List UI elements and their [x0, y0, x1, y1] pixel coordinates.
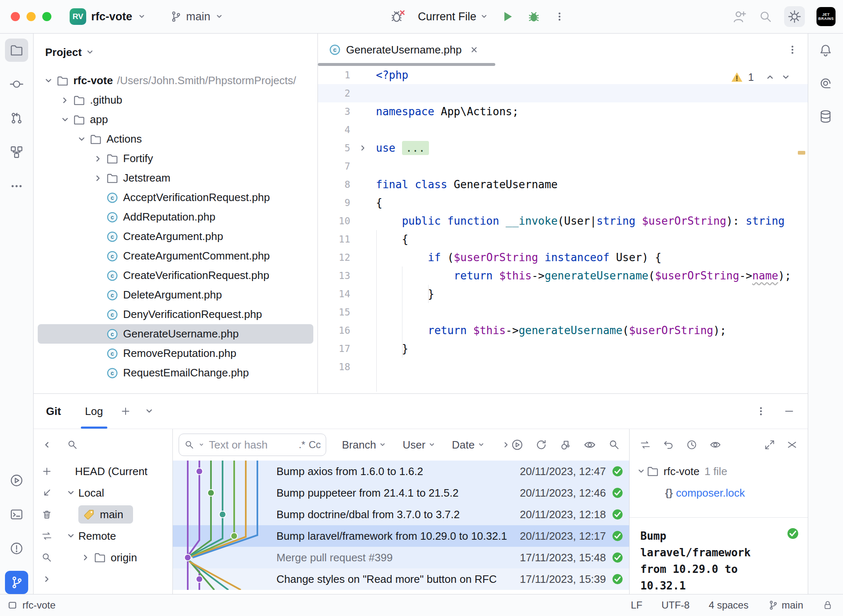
close-window-button[interactable]	[11, 12, 20, 21]
compare-icon[interactable]	[640, 439, 651, 451]
branch-filter[interactable]: Branch	[342, 439, 387, 451]
tree-item-rfc-vote[interactable]: rfc-vote/Users/John.Smith/PhpstormProjec…	[38, 71, 313, 90]
commit-row-bump-axios-from-1-6-0-to-1-6-2[interactable]: Bump axios from 1.6.0 to 1.6.220/11/2023…	[173, 461, 629, 482]
database-icon[interactable]	[814, 105, 837, 128]
build-status-icon[interactable]	[606, 530, 629, 542]
tree-item-jetstream[interactable]: Jetstream	[38, 168, 313, 188]
fold-marker-icon[interactable]	[350, 143, 376, 153]
chevron-down-icon[interactable]	[63, 531, 78, 541]
project-widget[interactable]: RV rfc-vote	[70, 8, 146, 25]
branch-row-remote[interactable]: Remote	[60, 525, 172, 547]
chevron-down-icon[interactable]	[41, 75, 56, 86]
read-only-lock-icon[interactable]	[822, 600, 833, 611]
tree-item-requestemailchange-php[interactable]: cRequestEmailChange.php	[38, 363, 313, 383]
more-filters-icon[interactable]	[501, 440, 511, 450]
tool-structure-button[interactable]	[5, 141, 28, 164]
tree-item-removereputation-php[interactable]: cRemoveReputation.php	[38, 344, 313, 363]
search-in-log-icon[interactable]	[608, 439, 620, 451]
code-line-16[interactable]: 16 return $this->generateUsername($userO…	[318, 321, 808, 340]
new-branch-icon[interactable]	[41, 461, 53, 482]
chevron-right-icon[interactable]	[78, 552, 93, 563]
code-line-10[interactable]: 10 public function __invoke(User|string …	[318, 212, 808, 230]
add-tab-icon[interactable]	[120, 405, 131, 417]
mute-breakpoints-icon[interactable]	[390, 9, 405, 24]
code-line-14[interactable]: 14 }	[318, 285, 808, 303]
tree-item-createargument-php[interactable]: cCreateArgument.php	[38, 227, 313, 246]
project-panel-header[interactable]: Project	[34, 34, 317, 71]
build-status-icon[interactable]	[606, 487, 629, 499]
tree-item-github[interactable]: .github	[38, 90, 313, 110]
notifications-bell-icon[interactable]	[814, 39, 837, 62]
search-everywhere-icon[interactable]	[758, 10, 773, 24]
code-line-15[interactable]: 15	[318, 303, 808, 321]
go-to-hash-icon[interactable]	[511, 439, 523, 451]
tab-log[interactable]: Log	[81, 394, 107, 429]
chevron-down-icon[interactable]	[74, 134, 89, 145]
collapse-panel-icon[interactable]	[41, 429, 52, 461]
update-branch-icon[interactable]	[41, 482, 53, 504]
branch-search-row[interactable]	[60, 429, 172, 461]
chevron-down-icon[interactable]	[63, 487, 78, 498]
tree-item-acceptverificationrequest-php[interactable]: cAcceptVerificationRequest.php	[38, 188, 313, 207]
tree-item-generateusername-php[interactable]: cGenerateUsername.php	[38, 324, 313, 344]
cherry-pick-icon[interactable]	[559, 439, 572, 451]
log-search-field[interactable]: .* Cc	[179, 434, 326, 456]
collapse-all-icon[interactable]	[786, 439, 798, 451]
ai-assistant-icon[interactable]	[814, 72, 837, 95]
close-tab-icon[interactable]	[469, 45, 479, 55]
navigate-forward-icon[interactable]	[41, 568, 52, 590]
build-status-icon[interactable]	[606, 551, 629, 564]
chevron-right-icon[interactable]	[91, 153, 106, 164]
warning-stripe-mark[interactable]	[798, 151, 805, 155]
run-button[interactable]	[501, 10, 514, 23]
tool-terminal-button[interactable]	[5, 503, 28, 526]
build-status-icon[interactable]	[606, 465, 629, 478]
zoom-window-button[interactable]	[42, 12, 51, 21]
vcs-branch-widget[interactable]: main	[170, 10, 224, 23]
tab-scrollbar[interactable]	[318, 63, 495, 66]
tool-git-button[interactable]	[5, 571, 28, 594]
chevron-down-icon[interactable]	[58, 114, 73, 125]
chevron-down-icon[interactable]	[144, 406, 155, 417]
build-status-icon[interactable]	[606, 573, 629, 585]
history-icon[interactable]	[686, 439, 698, 451]
changed-file-row[interactable]: {} composer.lock	[630, 482, 808, 504]
next-problem-icon[interactable]	[780, 72, 791, 82]
user-filter[interactable]: User	[402, 439, 436, 451]
tree-item-createargumentcomment-php[interactable]: cCreateArgumentComment.php	[38, 246, 313, 266]
commit-row-bump-doctrine-dbal-from-3-7-0-to-3-7-2[interactable]: Bump doctrine/dbal from 3.7.0 to 3.7.220…	[173, 504, 629, 525]
code-line-3[interactable]: 3namespace App\Actions;	[318, 102, 808, 121]
code-line-2[interactable]: 2	[318, 84, 808, 102]
commit-row-merge-pull-request-399[interactable]: Merge pull request #39917/11/2023, 15:48	[173, 547, 629, 568]
settings-gear-icon[interactable]	[784, 6, 805, 27]
delete-branch-icon[interactable]	[41, 504, 53, 525]
date-filter[interactable]: Date	[452, 439, 485, 451]
filter-branches-icon[interactable]	[41, 547, 53, 568]
tool-services-button[interactable]	[5, 469, 28, 492]
tree-item-actions[interactable]: Actions	[38, 129, 313, 149]
inspection-widget[interactable]: 1	[731, 71, 791, 83]
chevron-right-icon[interactable]	[58, 95, 73, 106]
changed-files-root-row[interactable]: rfc-vote 1 file	[630, 461, 808, 482]
chevron-right-icon[interactable]	[91, 173, 106, 184]
debug-button[interactable]	[527, 10, 541, 24]
tree-item-denyverificationrequest-php[interactable]: cDenyVerificationRequest.php	[38, 305, 313, 324]
match-case-toggle[interactable]: Cc	[309, 439, 321, 451]
branch-row-main[interactable]: main	[60, 504, 172, 525]
tool-project-button[interactable]	[5, 39, 28, 62]
minimize-window-button[interactable]	[27, 12, 36, 21]
tree-item-app[interactable]: app	[38, 110, 313, 129]
commit-row-bump-puppeteer-from-21-4-1-to-21-5-2[interactable]: Bump puppeteer from 21.4.1 to 21.5.220/1…	[173, 482, 629, 504]
expand-all-icon[interactable]	[764, 439, 775, 451]
preview-eye-icon[interactable]	[709, 439, 722, 451]
code-line-17[interactable]: 17 }	[318, 340, 808, 358]
code-line-9[interactable]: 9{	[318, 194, 808, 212]
tree-item-createverificationrequest-php[interactable]: cCreateVerificationRequest.php	[38, 266, 313, 285]
preview-eye-icon[interactable]	[583, 438, 596, 451]
tree-item-deleteargument-php[interactable]: cDeleteArgument.php	[38, 285, 313, 305]
code-line-7[interactable]: 7	[318, 157, 808, 175]
branch-row-local[interactable]: Local	[60, 482, 172, 504]
branch-row-head-current[interactable]: HEAD (Current	[60, 461, 172, 482]
line-separator-widget[interactable]: LF	[631, 599, 642, 611]
tree-item-fortify[interactable]: Fortify	[38, 149, 313, 168]
